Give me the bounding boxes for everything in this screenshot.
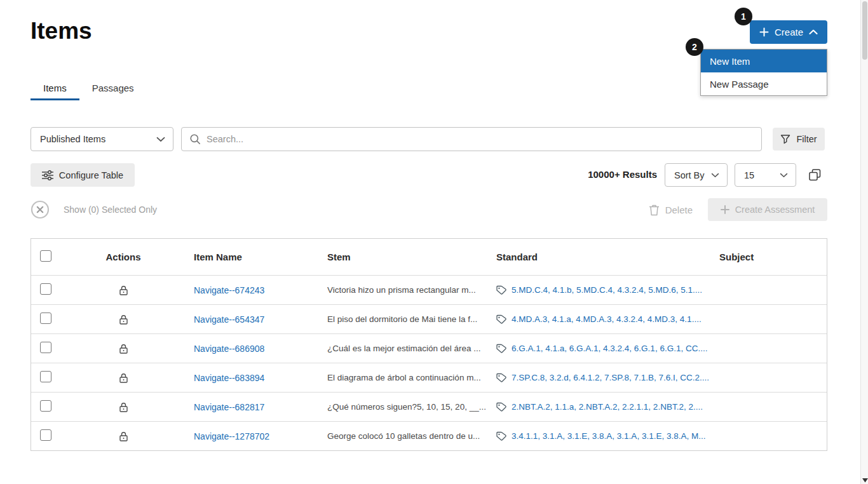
vertical-scrollbar[interactable]: [860, 0, 868, 484]
delete-button-label: Delete: [665, 205, 693, 215]
row-checkbox[interactable]: [40, 313, 51, 324]
search-box: [181, 127, 762, 151]
row-checkbox[interactable]: [40, 342, 51, 353]
tag-icon: [496, 285, 507, 295]
item-name-link[interactable]: Navigate--682817: [194, 402, 264, 412]
search-icon: [189, 133, 201, 145]
scrollbar-thumb[interactable]: [862, 1, 867, 60]
annotation-badge-2: 2: [686, 38, 703, 56]
table-row: Navigate--1278702 George colocó 10 galle…: [31, 421, 827, 450]
column-header-standard: Standard: [487, 252, 710, 262]
column-header-subject: Subject: [710, 252, 828, 262]
configure-table-label: Configure Table: [59, 170, 123, 180]
lock-icon: [119, 373, 128, 383]
standard-links[interactable]: 7.SP.C.8, 3.2.d, 6.4.1.2, 7.SP.8, 7.1.B,…: [512, 373, 709, 382]
chevron-up-icon: [809, 29, 818, 35]
tag-icon: [496, 402, 507, 412]
table-row: Navigate--674243 Victoria hizo un prisma…: [31, 275, 827, 304]
lock-icon: [119, 402, 128, 412]
filter-button[interactable]: Filter: [773, 128, 825, 151]
row-checkbox[interactable]: [40, 283, 51, 295]
clear-selection-button[interactable]: [31, 200, 50, 219]
item-name-link[interactable]: Navigate--683894: [194, 373, 264, 383]
column-header-stem: Stem: [318, 252, 487, 262]
tag-icon: [496, 344, 507, 353]
delete-button[interactable]: Delete: [649, 199, 693, 220]
plus-icon: [721, 205, 729, 214]
create-assessment-label: Create Assessment: [735, 205, 815, 215]
copy-icon: [808, 168, 822, 182]
create-assessment-button[interactable]: Create Assessment: [708, 198, 827, 221]
lock-icon: [119, 285, 128, 295]
published-items-dropdown[interactable]: Published Items: [31, 127, 173, 151]
tag-icon: [496, 431, 507, 441]
create-button[interactable]: Create: [750, 20, 827, 44]
plus-icon: [759, 27, 769, 37]
sort-by-dropdown[interactable]: Sort By: [665, 163, 728, 187]
funnel-icon: [780, 134, 790, 144]
stem-text: El piso del dormitorio de Mai tiene la f…: [327, 314, 487, 324]
page-title: Items: [31, 18, 92, 44]
show-selected-label: Show (0) Selected Only: [64, 205, 157, 215]
filter-button-label: Filter: [796, 134, 817, 144]
menu-item-new-passage[interactable]: New Passage: [701, 72, 827, 95]
stem-text: Victoria hizo un prisma rectangular m...: [327, 285, 487, 295]
menu-item-new-item[interactable]: New Item: [701, 50, 827, 72]
stem-text: George colocó 10 galletas dentro de u...: [327, 431, 487, 441]
standard-links[interactable]: 5.MD.C.4, 4.1.b, 5.MD.C.4, 4.3.2.4, 5.MD…: [512, 285, 702, 295]
row-checkbox[interactable]: [40, 371, 51, 382]
create-button-label: Create: [775, 27, 803, 37]
create-menu: New Item New Passage: [700, 49, 827, 96]
standard-links[interactable]: 2.NBT.A.2, 1.1.a, 2.NBT.A.2, 2.2.1.1, 2.…: [512, 402, 703, 412]
item-name-link[interactable]: Navigate--654347: [194, 314, 264, 325]
stem-text: El diagrama de árbol a continuación m...: [327, 373, 487, 382]
chevron-down-icon: [780, 173, 788, 178]
published-items-value: Published Items: [40, 134, 105, 144]
page-size-value: 15: [744, 170, 754, 180]
configure-table-button[interactable]: Configure Table: [31, 163, 135, 187]
lock-icon: [119, 344, 128, 354]
sort-by-label: Sort By: [674, 170, 705, 180]
table-row: Navigate--654347 El piso del dormitorio …: [31, 304, 827, 333]
trash-icon: [649, 204, 660, 216]
tag-icon: [496, 373, 507, 382]
tab-items[interactable]: Items: [31, 77, 79, 100]
circle-x-icon: [31, 200, 50, 219]
table-row: Navigate--686908 ¿Cuál es la mejor estim…: [31, 333, 827, 363]
tab-passages[interactable]: Passages: [79, 77, 147, 100]
items-table: Actions Item Name Stem Standard Subject …: [31, 238, 827, 451]
select-all-checkbox[interactable]: [40, 250, 51, 262]
items-page: Items Create 1 2 New Item New Passage It…: [0, 0, 868, 484]
standard-links[interactable]: 3.4.1.1, 3.1.A, 3.1.E, 3.8.A, 3.1.A, 3.1…: [512, 431, 705, 441]
standard-links[interactable]: 4.MD.A.3, 4.1.a, 4.MD.A.3, 4.3.2.4, 4.MD…: [512, 314, 702, 324]
chevron-down-icon: [156, 137, 165, 142]
item-name-link[interactable]: Navigate--1278702: [194, 431, 269, 441]
row-checkbox[interactable]: [40, 400, 51, 412]
annotation-badge-1: 1: [735, 8, 752, 25]
scrollbar-down-arrow[interactable]: [861, 478, 868, 483]
column-header-actions: Actions: [62, 252, 185, 262]
row-checkbox[interactable]: [40, 429, 51, 441]
duplicate-button[interactable]: [803, 163, 827, 187]
item-name-link[interactable]: Navigate--686908: [194, 344, 264, 354]
table-row: Navigate--683894 El diagrama de árbol a …: [31, 363, 827, 392]
lock-icon: [119, 314, 128, 325]
results-count: 10000+ Results: [588, 169, 657, 180]
column-header-item-name: Item Name: [185, 252, 318, 262]
tab-bar: Items Passages: [31, 77, 147, 100]
stem-text: ¿Qué números siguen?5, 10, 15, 20, __...: [327, 402, 487, 412]
table-header-row: Actions Item Name Stem Standard Subject: [31, 239, 827, 275]
table-row: Navigate--682817 ¿Qué números siguen?5, …: [31, 392, 827, 421]
stem-text: ¿Cuál es la mejor estimación del área ..…: [327, 344, 487, 353]
standard-links[interactable]: 6.G.A.1, 4.1.a, 6.G.A.1, 4.3.2.4, 6.G.1,…: [512, 344, 707, 353]
lock-icon: [119, 431, 128, 441]
page-size-dropdown[interactable]: 15: [735, 163, 796, 187]
sliders-icon: [42, 170, 53, 180]
search-input[interactable]: [207, 134, 754, 144]
item-name-link[interactable]: Navigate--674243: [194, 285, 264, 295]
tag-icon: [496, 314, 507, 324]
chevron-down-icon: [711, 173, 719, 178]
